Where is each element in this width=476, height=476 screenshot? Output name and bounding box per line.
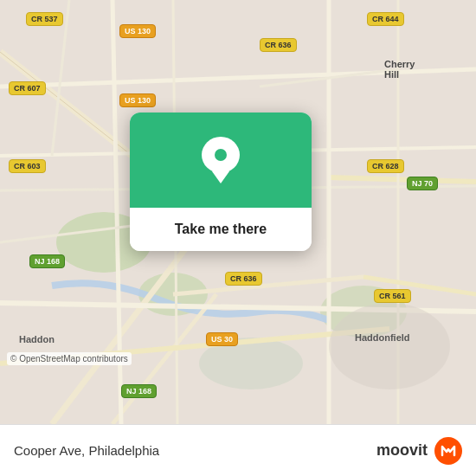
- cr628-badge: CR 628: [367, 159, 404, 173]
- cr607-badge: CR 607: [9, 81, 46, 95]
- nj168-bot-badge: NJ 168: [121, 384, 157, 398]
- pin-inner: [215, 149, 227, 161]
- cr561-badge: CR 561: [374, 289, 411, 303]
- popup-bottom: Take me there: [130, 208, 312, 251]
- pin-tail: [212, 171, 229, 183]
- svg-point-24: [329, 303, 450, 389]
- us130-top-badge: US 130: [119, 24, 156, 38]
- pin-circle: [202, 137, 240, 173]
- cr636-top-badge: CR 636: [260, 38, 297, 52]
- haddon-label: Haddon: [19, 334, 55, 344]
- map-container: CR 537 US 130 CR 644 CR 636 CR 607 US 13…: [0, 0, 476, 424]
- cr636-bot-badge: CR 636: [225, 272, 262, 286]
- take-me-there-button[interactable]: Take me there: [144, 218, 298, 241]
- map-pin-icon: [202, 137, 240, 183]
- us130-mid-badge: US 130: [119, 93, 156, 107]
- moovit-logo: moovit: [376, 437, 462, 465]
- popup-top: [130, 113, 312, 208]
- cr644-badge: CR 644: [367, 12, 404, 26]
- cr603-badge: CR 603: [9, 159, 46, 173]
- us30-badge: US 30: [206, 332, 238, 346]
- haddonfield-label: Haddonfield: [355, 332, 410, 343]
- location-text: Cooper Ave, Philadelphia: [14, 443, 159, 458]
- moovit-text: moovit: [376, 441, 428, 460]
- popup-card: Take me there: [130, 113, 312, 251]
- nj168-badge: NJ 168: [29, 254, 65, 268]
- cherry-hill-label: CherryHill: [384, 59, 415, 80]
- moovit-logo-icon: [434, 437, 462, 465]
- bottom-bar: Cooper Ave, Philadelphia moovit: [0, 424, 476, 476]
- cr537-badge: CR 537: [26, 12, 63, 26]
- nj70-badge: NJ 70: [407, 177, 438, 190]
- map-attribution: © OpenStreetMap contributors: [7, 352, 132, 365]
